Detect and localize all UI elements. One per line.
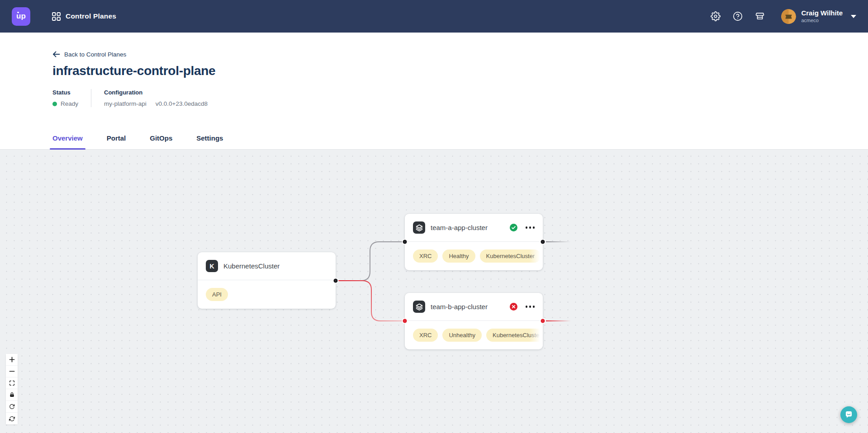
top-navbar: up Control Planes xyxy=(0,0,868,33)
zoom-in-button[interactable] xyxy=(6,354,18,366)
tab-bar: Overview Portal GitOps Settings xyxy=(52,134,868,149)
tab-overview[interactable]: Overview xyxy=(52,134,83,149)
node-menu-button[interactable] xyxy=(526,304,535,310)
badge-api: API xyxy=(206,288,228,301)
connection-handle-k-right[interactable] xyxy=(334,279,338,283)
connection-handle-team-b-right[interactable] xyxy=(541,319,545,323)
grid-icon xyxy=(51,11,61,21)
layers-icon xyxy=(413,221,425,234)
badge-unhealthy: Unhealthy xyxy=(442,329,482,342)
refresh-button[interactable] xyxy=(6,413,18,424)
status-ready-dot xyxy=(52,102,57,106)
settings-icon[interactable] xyxy=(711,11,721,21)
fit-view-button[interactable] xyxy=(6,377,18,389)
canvas-controls xyxy=(6,354,18,424)
chat-launcher[interactable] xyxy=(840,406,857,423)
node-menu-button[interactable] xyxy=(526,225,535,231)
user-org: acmeco xyxy=(801,18,843,23)
chat-icon xyxy=(844,410,854,419)
edge-k-to-team-a xyxy=(336,242,405,281)
help-icon[interactable] xyxy=(733,11,743,21)
configuration-name: my-platform-api xyxy=(104,100,147,107)
layers-icon xyxy=(413,301,425,313)
badge-xrc: XRC xyxy=(413,249,438,263)
upbound-logo[interactable]: up xyxy=(12,7,30,26)
badge-xrc: XRC xyxy=(413,329,438,342)
connection-handle-team-a-left[interactable] xyxy=(403,240,407,244)
tab-settings[interactable]: Settings xyxy=(196,134,223,149)
configuration-label: Configuration xyxy=(104,89,208,96)
configuration-block: Configuration my-platform-api v0.0.0+23.… xyxy=(104,89,208,107)
badge-kubernetescluster: KubernetesCluster xyxy=(486,329,543,342)
page-title: infrastructure-control-plane xyxy=(52,64,868,78)
node-team-a-app-cluster[interactable]: team-a-app-cluster XRC Healthy Kubernete… xyxy=(405,214,543,270)
node-title: team-b-app-cluster xyxy=(431,303,504,311)
app-title: Control Planes xyxy=(66,12,116,20)
meta-row: Status Ready Configuration my-platform-a… xyxy=(52,89,868,107)
avatar[interactable] xyxy=(781,9,796,24)
meta-divider xyxy=(91,89,91,107)
connection-handle-team-a-right[interactable] xyxy=(541,240,545,244)
badge-healthy: Healthy xyxy=(442,249,475,263)
edges-layer xyxy=(0,150,868,433)
tab-gitops[interactable]: GitOps xyxy=(150,134,172,149)
node-kubernetescluster[interactable]: K KubernetesCluster API xyxy=(198,252,336,309)
marketplace-icon[interactable] xyxy=(755,11,765,21)
k-icon: K xyxy=(206,260,218,272)
configuration-version: v0.0.0+23.0edacd8 xyxy=(156,100,208,107)
status-block: Status Ready xyxy=(52,89,78,107)
chevron-down-icon[interactable] xyxy=(851,15,856,18)
status-value: Ready xyxy=(61,100,78,107)
zoom-out-button[interactable] xyxy=(6,366,18,377)
tab-portal[interactable]: Portal xyxy=(107,134,126,149)
back-link[interactable]: Back to Control Planes xyxy=(52,51,126,58)
lock-button[interactable] xyxy=(6,389,18,401)
status-label: Status xyxy=(52,89,78,96)
rotate-button[interactable] xyxy=(6,401,18,413)
connection-handle-team-b-left[interactable] xyxy=(403,319,407,323)
badge-kubernetescluster: KubernetesCluster xyxy=(480,249,541,263)
arrow-left-icon xyxy=(52,51,60,58)
unhealthy-x-icon xyxy=(510,303,517,311)
flow-canvas[interactable]: K KubernetesCluster API team-a-app-clust… xyxy=(0,150,868,433)
user-name: Craig Wilhite xyxy=(801,9,843,17)
healthy-check-icon xyxy=(510,224,517,231)
node-title: team-a-app-cluster xyxy=(431,224,504,231)
edge-k-to-team-b xyxy=(336,281,405,321)
page-header: Back to Control Planes infrastructure-co… xyxy=(0,33,868,150)
node-team-b-app-cluster[interactable]: team-b-app-cluster XRC Unhealthy Kuberne… xyxy=(405,293,543,349)
logo-text: up xyxy=(16,12,26,21)
user-menu[interactable]: Craig Wilhite acmeco xyxy=(801,9,843,24)
back-link-label: Back to Control Planes xyxy=(64,51,126,58)
node-title: KubernetesCluster xyxy=(223,262,327,270)
